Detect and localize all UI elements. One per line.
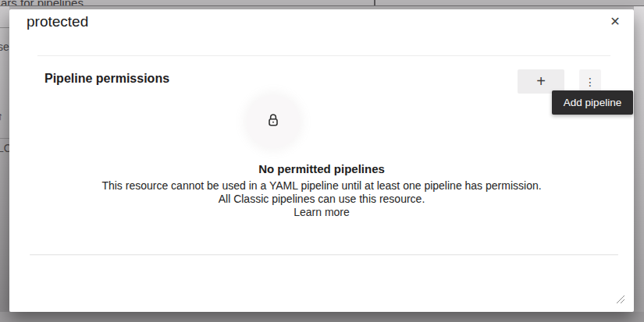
background-divider-vertical	[374, 0, 375, 6]
add-pipeline-tooltip: Add pipeline	[552, 90, 633, 115]
empty-state-title: No permitted pipelines	[9, 163, 634, 175]
footer-divider	[30, 254, 618, 255]
learn-more-link[interactable]: Learn more	[294, 206, 350, 219]
background-text-fragment: se	[0, 41, 9, 53]
resize-handle[interactable]	[615, 294, 624, 303]
empty-state-line2: All Classic pipelines can use this resou…	[9, 193, 634, 206]
dialog-title: protected	[27, 13, 88, 30]
kebab-menu-icon: ⋮	[585, 76, 596, 88]
background-divider	[0, 138, 9, 139]
close-icon: ✕	[610, 14, 620, 29]
empty-state-line1: This resource cannot be used in a YAML p…	[9, 179, 634, 193]
section-heading: Pipeline permissions	[44, 72, 169, 86]
background-left-strip: se ↑ LO	[0, 6, 9, 312]
background-text-fragment: ↑	[0, 110, 3, 122]
empty-state-illustration	[247, 95, 300, 148]
background-page-text: ars for pipelines	[1, 0, 84, 6]
background-bottom-strip	[0, 312, 644, 322]
lock-icon	[265, 112, 281, 131]
close-button[interactable]: ✕	[606, 12, 624, 30]
background-text-fragment: LO	[0, 142, 9, 154]
pipeline-permissions-dialog: protected ✕ Pipeline permissions + ⋮ Add…	[9, 9, 634, 312]
header-divider	[37, 55, 610, 56]
empty-state-text: No permitted pipelines This resource can…	[9, 163, 634, 219]
plus-icon: +	[536, 73, 546, 90]
background-right-strip	[634, 6, 644, 312]
background-page-header: ars for pipelines	[0, 0, 644, 6]
background-divider	[0, 27, 9, 28]
